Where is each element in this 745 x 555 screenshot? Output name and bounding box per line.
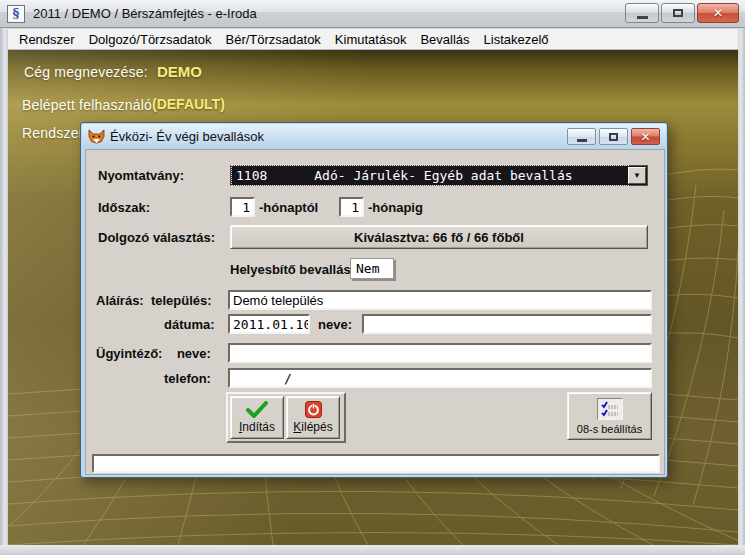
signature-date-label: dátuma: [164,317,215,332]
maximize-button[interactable] [661,3,695,23]
menubar: Rendszer Dolgozó/Törzsadatok Bér/Törzsad… [0,29,745,50]
dialog-minimize-button[interactable] [567,128,596,145]
company-name-label: Cég megnevezése: [24,64,148,80]
period-from-suffix: -hónaptól [259,200,318,215]
period-to-input[interactable] [339,197,364,217]
period-label: Időszak: [98,200,150,215]
menu-item-ber-torzsadatok[interactable]: Bér/Törzsadatok [218,30,327,49]
dialog-close-button[interactable]: ✕ [631,128,660,145]
app-icon: § [7,5,25,23]
menu-item-listakezelo[interactable]: Listakezelő [477,30,556,49]
logged-user-label: Belépett felhasználó: [22,97,156,113]
window-frame-right [738,28,745,555]
red-power-stop-icon [305,401,322,418]
clerk-phone-label: telefon: [164,371,211,386]
start-button-label: Indítás [239,420,275,434]
start-button[interactable]: Indítás [230,396,284,439]
clerk-phone-input[interactable] [228,368,652,388]
form-type-value: 1108 Adó- Járulék- Egyéb adat bevallás [233,167,627,184]
menu-item-kimutatasok[interactable]: Kimutatások [328,30,414,49]
clerk-name-label: Ügyintéző: neve: [96,346,211,361]
window-frame-bottom [0,545,745,555]
dialog-maximize-button[interactable] [599,128,628,145]
exit-button[interactable]: Kilépés [286,396,340,439]
minimize-icon [637,16,648,19]
close-icon: ✕ [713,6,723,20]
menu-item-rendszer[interactable]: Rendszer [12,30,82,49]
menu-item-bevallas[interactable]: Bevallás [413,30,476,49]
dialog-evkozi-ev-vegi-bevallasok: Évközi- Év végi bevallások ✕ Nyomtatvány… [80,122,668,478]
window-title: 2011 / DEMO / Bérszámfejtés - e-Iroda [33,6,257,21]
signature-name-input[interactable] [362,314,652,334]
system-label-partial: Rendszer [22,125,84,141]
exit-button-label: Kilépés [293,420,332,434]
worker-selection-label: Dolgozó választás: [98,230,215,245]
form-type-dropdown[interactable]: 1108 Adó- Járulék- Egyéb adat bevallás ▼ [230,165,648,186]
maximize-icon [673,9,683,17]
fox-icon [88,129,105,144]
signature-date-input[interactable] [228,314,310,334]
window-titlebar: § 2011 / DEMO / Bérszámfejtés - e-Iroda … [0,0,745,28]
signature-city-input[interactable] [228,290,652,310]
logged-user-value: (DEFAULT) [152,96,225,112]
blue-checklist-icon [597,398,623,420]
correction-label: Helyesbítő bevallás-e: [230,262,367,277]
chevron-down-icon[interactable]: ▼ [628,167,646,184]
status-bar [92,454,660,473]
dialog-body: Nyomtatvány: 1108 Adó- Járulék- Egyéb ad… [85,149,665,475]
signature-city-label: Aláírás: település: [96,293,212,308]
menu-item-dolgozo-torzsadatok[interactable]: Dolgozó/Törzsadatok [82,30,219,49]
period-from-input[interactable] [230,197,255,217]
period-to-suffix: -hónapig [368,200,423,215]
maximize-icon [609,133,618,141]
close-button[interactable]: ✕ [697,3,739,23]
dialog-title: Évközi- Év végi bevallások [110,129,264,144]
settings-08-button-label: 08-s beállítás [577,423,642,435]
clerk-name-input[interactable] [228,343,652,363]
company-name-value: DEMO [157,63,202,80]
minimize-icon [577,139,587,142]
signature-name-label: neve: [318,317,352,332]
correction-value-field[interactable]: Nem [350,258,394,279]
action-button-group: Indítás Kilépés [226,392,346,443]
app-window: § 2011 / DEMO / Bérszámfejtés - e-Iroda … [0,0,745,555]
dialog-titlebar: Évközi- Év végi bevallások ✕ [82,124,666,149]
close-icon: ✕ [640,130,650,144]
green-checkmark-icon [246,401,268,418]
minimize-button[interactable] [625,3,659,23]
worker-selection-button[interactable]: Kiválasztva: 66 fő / 66 főből [230,225,648,249]
form-type-label: Nyomtatvány: [98,168,184,183]
settings-08-button[interactable]: 08-s beállítás [567,392,652,440]
window-frame-left [0,28,8,555]
